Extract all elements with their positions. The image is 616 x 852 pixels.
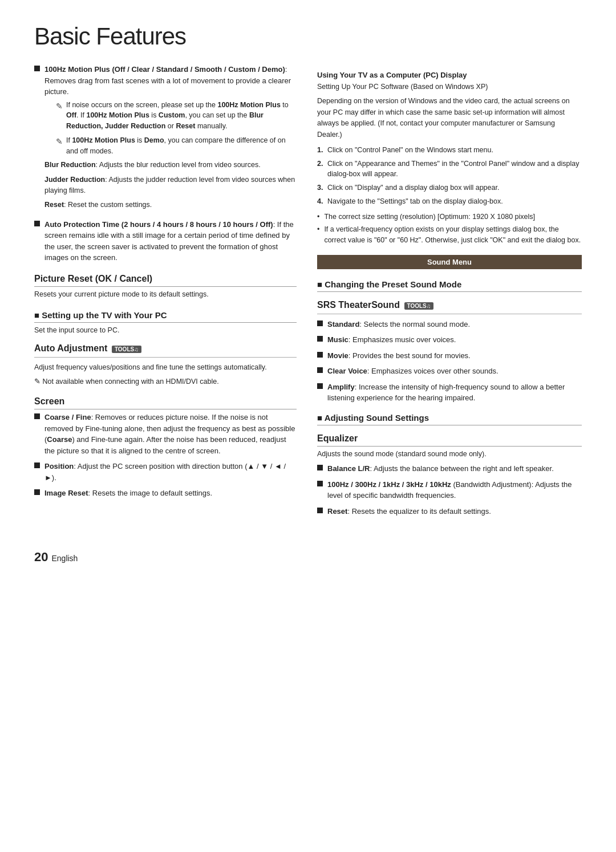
srs-square-3 [317,352,323,358]
step-1: 1. Click on "Control Panel" on the Windo… [317,145,582,156]
auto-adjustment-heading: Auto Adjustment [34,343,107,355]
dot-icon-2: • [317,224,319,235]
eq-text-reset: Reset: Resets the equalizer to its defau… [327,506,491,517]
eq-square-3 [317,508,323,513]
step-3: 3. Click on "Display" and a display dial… [317,182,582,193]
srs-tools-badge: TOOLS♫ [404,302,434,310]
pc-setup-para1: Setting Up Your PC Software (Based on Wi… [317,82,582,92]
using-tv-as-pc-heading: Using Your TV as a Computer (PC) Display [317,71,582,79]
screen-text-1: Coarse / Fine: Removes or reduces pictur… [44,412,297,456]
srs-section: SRS TheaterSound TOOLS♫ [317,300,582,314]
dot-item-2: • If a vertical-frequency option exists … [317,224,582,246]
sub-text-1: If noise occurs on the screen, please se… [66,100,297,132]
pc-setup-para2: Depending on the version of Windows and … [317,96,582,140]
picture-reset-text: Resets your current picture mode to its … [34,289,297,300]
bullet-item-2: Auto Protection Time (2 hours / 4 hours … [34,219,297,263]
srs-square-1 [317,320,323,326]
sub-item-1: ✎ If noise occurs on the screen, please … [56,100,297,132]
eq-square-1 [317,465,323,470]
bullet-1-content: 100Hz Motion Plus (Off / Clear / Standar… [44,64,297,214]
eq-bullet-freq: 100Hz / 300Hz / 1kHz / 3kHz / 10kHz (Ban… [317,479,582,501]
page-title: Basic Features [34,23,582,50]
step-4: 4. Navigate to the "Settings" tab on the… [317,196,582,207]
pc-setup-dots: • The correct size setting (resolution) … [317,212,582,246]
eq-text-balance: Balance L/R: Adjusts the balance between… [327,463,554,474]
step-num-4: 4. [317,196,327,207]
step-text-4: Navigate to the "Settings" tab on the di… [327,196,503,207]
picture-reset-heading: Picture Reset (OK / Cancel) [34,274,297,287]
eq-square-2 [317,481,323,486]
left-column: 100Hz Motion Plus (Off / Clear / Standar… [34,64,297,522]
srs-bullet-standard: Standard: Selects the normal sound mode. [317,319,582,330]
adjusting-sound-heading: ■ Adjusting Sound Settings [317,413,582,425]
blur-reduction-text: Blur Reduction: Adjusts the blur reducti… [44,160,297,171]
bullet-1-text: 100Hz Motion Plus (Off / Clear / Standar… [44,65,291,96]
bullet-square-icon-2 [34,221,40,226]
screen-text-2: Position: Adjust the PC screen position … [44,461,297,483]
sub-item-2: ✎ If 100Hz Motion Plus is Demo, you can … [56,135,297,157]
srs-square-5 [317,383,323,389]
right-column: Using Your TV as a Computer (PC) Display… [317,64,582,522]
setting-up-tv-text: Set the input source to PC. [34,325,297,336]
step-text-3: Click on "Display" and a display dialog … [327,182,499,193]
sub-list-1: ✎ If noise occurs on the screen, please … [44,100,297,157]
screen-heading: Screen [34,396,297,409]
srs-text-music: Music: Emphasizes music over voices. [327,334,456,346]
reset-text: Reset: Reset the custom settings. [44,200,297,210]
step-2: 2. Click on "Appearance and Themes" in t… [317,159,582,180]
bullet-square-icon [34,66,40,71]
dot-icon-1: • [317,212,319,222]
srs-bullet-movie: Movie: Provides the best sound for movie… [317,350,582,362]
main-bullet-list: 100Hz Motion Plus (Off / Clear / Standar… [34,64,297,263]
dot-item-1: • The correct size setting (resolution) … [317,212,582,222]
dot-text-2: If a vertical-frequency option exists on… [324,224,582,246]
screen-square-3 [34,489,40,495]
bullet-2-text: Auto Protection Time (2 hours / 4 hours … [44,219,297,263]
step-text-1: Click on "Control Panel" on the Windows … [327,145,493,156]
auto-adjustment-note: ✎ Not available when connecting with an … [34,376,297,387]
screen-square-1 [34,413,40,419]
pencil-icon-1: ✎ [56,100,63,112]
changing-preset-heading: ■ Changing the Preset Sound Mode [317,279,582,292]
srs-bullet-list: Standard: Selects the normal sound mode.… [317,319,582,404]
equalizer-heading: Equalizer [317,433,582,447]
auto-adjustment-section: Auto Adjustment TOOLS♫ Adjust frequency … [34,343,297,388]
srs-text-movie: Movie: Provides the best sound for movie… [327,350,471,362]
language-label: English [51,554,78,563]
judder-reduction-text: Judder Reduction: Adjusts the judder red… [44,175,297,197]
sound-menu-bar: Sound Menu [317,255,582,269]
step-num-1: 1. [317,145,327,156]
equalizer-intro: Adjusts the sound mode (standard sound m… [317,449,582,460]
screen-bullet-list: Coarse / Fine: Removes or reduces pictur… [34,412,297,499]
srs-text-standard: Standard: Selects the normal sound mode. [327,319,470,330]
eq-bullet-reset: Reset: Resets the equalizer to its defau… [317,506,582,517]
pc-setup-steps: 1. Click on "Control Panel" on the Windo… [317,145,582,207]
step-num-3: 3. [317,182,327,193]
auto-adjustment-text: Adjust frequency values/positions and fi… [34,362,297,373]
eq-bullet-balance: Balance L/R: Adjusts the balance between… [317,463,582,474]
screen-square-2 [34,462,40,468]
equalizer-bullet-list: Balance L/R: Adjusts the balance between… [317,463,582,517]
auto-adjustment-tools-badge: TOOLS♫ [112,346,141,353]
srs-bullet-clearvoice: Clear Voice: Emphasizes voices over othe… [317,366,582,377]
srs-square-2 [317,336,323,342]
step-text-2: Click on "Appearance and Themes" in the … [327,159,582,180]
sub-text-2: If 100Hz Motion Plus is Demo, you can co… [66,135,297,157]
srs-bullet-amplify: Amplify: Increase the intensity of high-… [317,382,582,404]
step-num-2: 2. [317,159,327,169]
screen-bullet-1: Coarse / Fine: Removes or reduces pictur… [34,412,297,456]
setting-up-tv-heading: ■ Setting up the TV with Your PC [34,310,297,323]
screen-bullet-2: Position: Adjust the PC screen position … [34,461,297,483]
page-number: 20 [34,550,48,565]
srs-square-4 [317,367,323,373]
srs-heading: SRS TheaterSound [317,300,400,312]
bullet-item-1: 100Hz Motion Plus (Off / Clear / Standar… [34,64,297,214]
dot-text-1: The correct size setting (resolution) [O… [324,212,535,222]
pencil-icon-2: ✎ [56,136,63,148]
eq-text-freq: 100Hz / 300Hz / 1kHz / 3kHz / 10kHz (Ban… [327,479,582,501]
srs-text-clearvoice: Clear Voice: Emphasizes voices over othe… [327,366,499,377]
srs-bullet-music: Music: Emphasizes music over voices. [317,334,582,346]
screen-text-3: Image Reset: Resets the image to default… [44,488,212,499]
page-footer: 20 English [34,550,582,565]
screen-bullet-3: Image Reset: Resets the image to default… [34,488,297,499]
